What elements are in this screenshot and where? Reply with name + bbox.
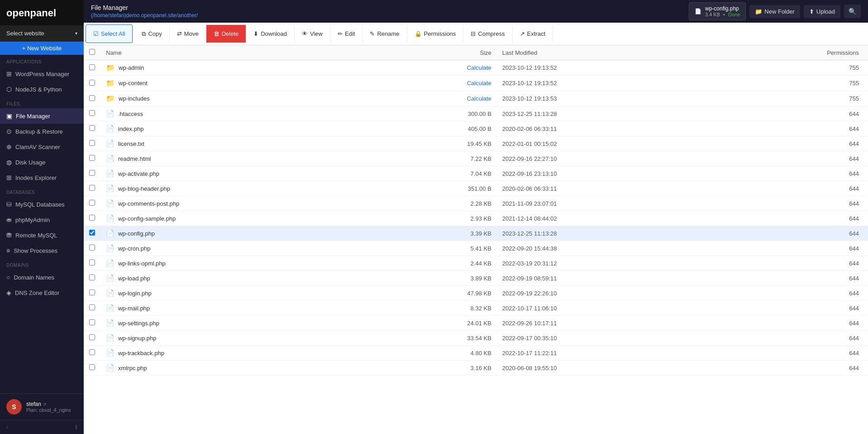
row-checkbox[interactable] bbox=[89, 155, 95, 161]
table-row[interactable]: 📄license.txt19.45 KB2022-01-01 00:15:026… bbox=[84, 136, 868, 151]
sidebar-select-website[interactable]: Select website ▾ bbox=[0, 25, 84, 42]
row-checkbox[interactable] bbox=[89, 140, 95, 146]
table-row[interactable]: 📄.htaccess300.00 B2023-12-25 11:13:28644 bbox=[84, 106, 868, 121]
edit-button[interactable]: ✏ Edit bbox=[330, 25, 362, 43]
info-icon[interactable]: ℹ bbox=[75, 424, 77, 430]
file-name[interactable]: xmlrpc.php bbox=[118, 365, 147, 371]
row-checkbox[interactable] bbox=[89, 95, 95, 101]
row-checkbox[interactable] bbox=[89, 334, 95, 340]
table-row[interactable]: 📄wp-config.php3.39 KB2023-12-25 11:13:28… bbox=[84, 226, 868, 241]
table-row[interactable]: 📄wp-mail.php8.32 KB2022-10-17 11:06:1064… bbox=[84, 301, 868, 316]
row-checkbox[interactable] bbox=[89, 125, 95, 131]
row-checkbox[interactable] bbox=[89, 185, 95, 191]
file-name[interactable]: wp-comments-post.php bbox=[118, 200, 179, 207]
file-size[interactable]: Calculate bbox=[380, 60, 497, 76]
file-name[interactable]: wp-links-opml.php bbox=[118, 260, 166, 267]
sidebar-item-dns-zone[interactable]: ◈ DNS Zone Editor bbox=[0, 285, 84, 300]
sidebar-item-domain-names[interactable]: ○ Domain Names bbox=[0, 270, 84, 285]
calculate-link[interactable]: Calculate bbox=[467, 80, 491, 87]
row-checkbox[interactable] bbox=[89, 170, 95, 176]
file-name[interactable]: wp-includes bbox=[119, 95, 150, 102]
delete-button[interactable]: 🗑 Delete bbox=[206, 25, 247, 43]
row-checkbox[interactable] bbox=[89, 364, 95, 370]
collapse-icon[interactable]: ‹ bbox=[6, 424, 8, 430]
view-button[interactable]: 👁 View bbox=[295, 25, 330, 43]
rename-button[interactable]: ✎ Rename bbox=[362, 25, 407, 43]
row-checkbox[interactable] bbox=[89, 304, 95, 310]
file-name[interactable]: .htaccess bbox=[118, 111, 143, 117]
row-checkbox[interactable] bbox=[89, 80, 95, 86]
table-row[interactable]: 📁wp-includesCalculate2023-10-12 19:13:53… bbox=[84, 91, 868, 106]
row-checkbox[interactable] bbox=[89, 289, 95, 295]
row-checkbox[interactable] bbox=[89, 200, 95, 206]
table-row[interactable]: 📄wp-settings.php24.01 KB2022-09-26 10:17… bbox=[84, 316, 868, 331]
row-checkbox[interactable] bbox=[89, 275, 95, 280]
file-name[interactable]: wp-load.php bbox=[118, 275, 150, 282]
download-button[interactable]: ⬇ Download bbox=[246, 25, 295, 43]
select-all-checkbox[interactable] bbox=[89, 49, 95, 55]
row-checkbox[interactable] bbox=[89, 245, 95, 251]
sidebar-item-file-manager[interactable]: ▣ File Manager bbox=[0, 108, 84, 124]
table-row[interactable]: 📄wp-activate.php7.04 KB2022-09-16 23:13:… bbox=[84, 166, 868, 181]
table-row[interactable]: 📄wp-load.php3.89 KB2022-09-19 08:59:1164… bbox=[84, 271, 868, 286]
sidebar-collapse[interactable]: ‹ ℹ bbox=[0, 420, 84, 434]
file-name[interactable]: wp-trackback.php bbox=[118, 350, 164, 357]
new-folder-button[interactable]: 📁 New Folder bbox=[749, 5, 800, 18]
row-checkbox[interactable] bbox=[89, 230, 95, 236]
table-row[interactable]: 📄xmlrpc.php3.16 KB2020-06-08 19:55:10644 bbox=[84, 361, 868, 376]
search-button[interactable]: 🔍 bbox=[844, 5, 861, 18]
table-row[interactable]: 📄wp-login.php47.98 KB2022-09-19 22:26:10… bbox=[84, 286, 868, 301]
sidebar-item-clamav[interactable]: ⊕ ClamAV Scanner bbox=[0, 139, 84, 154]
table-row[interactable]: 📁wp-adminCalculate2023-10-12 19:13:52755 bbox=[84, 60, 868, 76]
sidebar-item-backup-restore[interactable]: ⊙ Backup & Restore bbox=[0, 124, 84, 139]
table-row[interactable]: 📄wp-links-opml.php2.44 KB2022-03-19 20:3… bbox=[84, 256, 868, 271]
table-row[interactable]: 📁wp-contentCalculate2023-10-12 19:13:527… bbox=[84, 76, 868, 91]
extract-button[interactable]: ↗ Extract bbox=[513, 25, 553, 43]
file-name[interactable]: wp-settings.php bbox=[118, 320, 159, 327]
table-row[interactable]: 📄wp-comments-post.php2.28 KB2021-11-09 2… bbox=[84, 196, 868, 211]
compress-button[interactable]: ⊟ Compress bbox=[463, 25, 512, 43]
permissions-button[interactable]: 🔒 Permissions bbox=[407, 25, 464, 43]
new-website-button[interactable]: + New Website bbox=[0, 42, 84, 55]
row-checkbox[interactable] bbox=[89, 64, 95, 70]
table-row[interactable]: 📄readme.html7.22 KB2022-09-16 22:27:1064… bbox=[84, 151, 868, 166]
table-row[interactable]: 📄index.php405.00 B2020-02-06 06:33:11644 bbox=[84, 121, 868, 136]
file-name[interactable]: wp-config.php bbox=[118, 230, 155, 237]
row-checkbox[interactable] bbox=[89, 215, 95, 221]
table-row[interactable]: 📄wp-cron.php5.41 KB2022-09-20 15:44:3864… bbox=[84, 241, 868, 256]
sidebar-item-inodes[interactable]: ⊞ Inodes Explorer bbox=[0, 170, 84, 185]
file-name[interactable]: wp-admin bbox=[119, 64, 144, 71]
file-name[interactable]: wp-blog-header.php bbox=[118, 185, 170, 192]
file-name[interactable]: wp-cron.php bbox=[118, 245, 151, 252]
row-checkbox[interactable] bbox=[89, 260, 95, 265]
sidebar-item-phpmyadmin[interactable]: ⛂ phpMyAdmin bbox=[0, 212, 84, 227]
sidebar-item-mysql[interactable]: ⛁ MySQL Databases bbox=[0, 197, 84, 212]
move-button[interactable]: ⇄ Move bbox=[170, 25, 206, 43]
file-name[interactable]: index.php bbox=[118, 125, 143, 132]
sidebar-item-wordpress[interactable]: ⊞ WordPress Manager bbox=[0, 66, 84, 82]
sidebar-item-disk-usage[interactable]: ◍ Disk Usage bbox=[0, 154, 84, 170]
file-name[interactable]: wp-activate.php bbox=[118, 170, 159, 177]
calculate-link[interactable]: Calculate bbox=[467, 64, 491, 71]
table-row[interactable]: 📄wp-trackback.php4.80 KB2022-10-17 11:22… bbox=[84, 346, 868, 361]
file-name[interactable]: wp-signup.php bbox=[118, 335, 157, 342]
table-row[interactable]: 📄wp-signup.php33.54 KB2022-09-17 00:35:1… bbox=[84, 331, 868, 346]
row-checkbox[interactable] bbox=[89, 110, 95, 116]
file-name[interactable]: wp-mail.php bbox=[118, 305, 150, 312]
sidebar-item-remote-mysql[interactable]: ⛃ Remote MySQL bbox=[0, 227, 84, 243]
sidebar-item-nodejs[interactable]: ⬡ NodeJS & Python bbox=[0, 82, 84, 97]
file-name[interactable]: readme.html bbox=[118, 155, 151, 162]
row-checkbox[interactable] bbox=[89, 319, 95, 325]
file-size[interactable]: Calculate bbox=[380, 76, 497, 91]
file-name[interactable]: wp-login.php bbox=[118, 290, 152, 297]
file-size[interactable]: Calculate bbox=[380, 91, 497, 106]
upload-button[interactable]: ⬆ Upload bbox=[804, 5, 840, 18]
table-row[interactable]: 📄wp-blog-header.php351.00 B2020-02-06 06… bbox=[84, 181, 868, 196]
copy-button[interactable]: ⧉ Copy bbox=[134, 25, 169, 43]
table-row[interactable]: 📄wp-config-sample.php2.93 KB2021-12-14 0… bbox=[84, 211, 868, 226]
sidebar-item-show-processes[interactable]: ≡ Show Processes bbox=[0, 243, 84, 258]
file-name[interactable]: license.txt bbox=[118, 140, 144, 147]
file-name[interactable]: wp-content bbox=[119, 80, 148, 87]
calculate-link[interactable]: Calculate bbox=[467, 95, 491, 102]
row-checkbox[interactable] bbox=[89, 349, 95, 355]
